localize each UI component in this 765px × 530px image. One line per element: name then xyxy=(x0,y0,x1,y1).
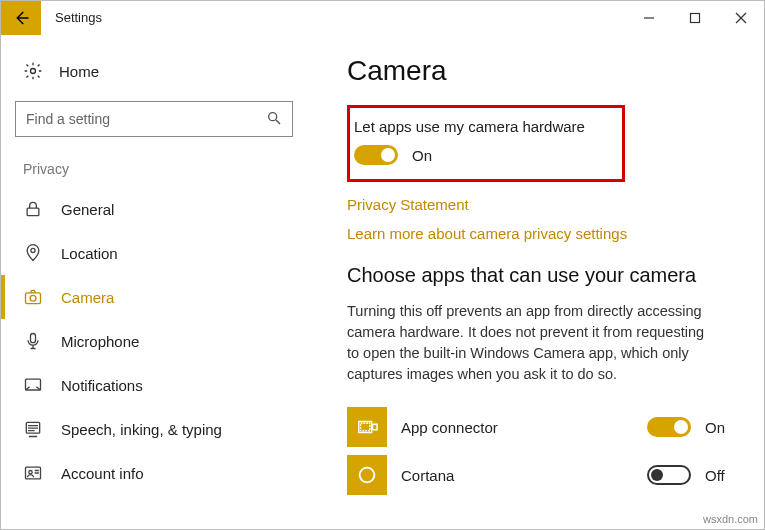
minimize-button[interactable] xyxy=(626,1,672,35)
maximize-button[interactable] xyxy=(672,1,718,35)
lock-icon xyxy=(23,199,43,219)
sidebar-item-label: Microphone xyxy=(61,333,139,350)
app-name: App connector xyxy=(401,419,633,436)
privacy-statement-link[interactable]: Privacy Statement xyxy=(347,196,734,213)
page-title: Camera xyxy=(347,55,734,87)
back-button[interactable] xyxy=(1,1,41,35)
svg-point-10 xyxy=(30,295,36,301)
svg-rect-11 xyxy=(31,334,36,343)
svg-rect-9 xyxy=(26,293,41,304)
svg-rect-17 xyxy=(361,423,370,430)
app-row-app-connector: App connector On xyxy=(347,403,737,451)
app-connector-toggle[interactable] xyxy=(647,417,691,437)
sidebar-item-speech[interactable]: Speech, inking, & typing xyxy=(15,407,309,451)
speech-icon xyxy=(23,419,43,439)
account-icon xyxy=(23,463,43,483)
camera-hw-state: On xyxy=(412,147,432,164)
choose-apps-desc: Turning this off prevents an app from di… xyxy=(347,301,707,385)
gear-icon xyxy=(23,61,43,81)
highlight-box: Let apps use my camera hardware On xyxy=(347,105,625,182)
home-link[interactable]: Home xyxy=(15,55,309,87)
watermark: wsxdn.com xyxy=(703,513,758,525)
cortana-toggle[interactable] xyxy=(647,465,691,485)
sidebar-item-label: Account info xyxy=(61,465,144,482)
sidebar-item-label: General xyxy=(61,201,114,218)
window-title: Settings xyxy=(55,10,102,25)
sidebar-item-microphone[interactable]: Microphone xyxy=(15,319,309,363)
app-name: Cortana xyxy=(401,467,633,484)
camera-hw-toggle[interactable] xyxy=(354,145,398,165)
learn-more-link[interactable]: Learn more about camera privacy settings xyxy=(347,225,734,242)
camera-icon xyxy=(23,287,43,307)
camera-hw-label: Let apps use my camera hardware xyxy=(354,118,608,135)
sidebar-item-account[interactable]: Account info xyxy=(15,451,309,495)
microphone-icon xyxy=(23,331,43,351)
cortana-state: Off xyxy=(705,467,737,484)
app-connector-state: On xyxy=(705,419,737,436)
app-row-cortana: Cortana Off xyxy=(347,451,737,499)
sidebar-item-camera[interactable]: Camera xyxy=(15,275,309,319)
sidebar-item-label: Camera xyxy=(61,289,114,306)
search-box[interactable] xyxy=(15,101,293,137)
close-button[interactable] xyxy=(718,1,764,35)
sidebar-item-label: Speech, inking, & typing xyxy=(61,421,222,438)
sidebar-item-location[interactable]: Location xyxy=(15,231,309,275)
svg-point-8 xyxy=(31,248,35,252)
svg-point-4 xyxy=(31,69,36,74)
section-header-privacy: Privacy xyxy=(23,161,309,177)
sidebar-item-label: Notifications xyxy=(61,377,143,394)
sidebar-item-label: Location xyxy=(61,245,118,262)
svg-point-19 xyxy=(360,468,375,483)
svg-rect-1 xyxy=(691,13,700,22)
svg-rect-7 xyxy=(27,208,39,216)
sidebar-item-notifications[interactable]: Notifications xyxy=(15,363,309,407)
choose-apps-heading: Choose apps that can use your camera xyxy=(347,264,734,287)
svg-line-6 xyxy=(276,120,280,124)
svg-point-5 xyxy=(269,112,277,120)
location-icon xyxy=(23,243,43,263)
cortana-icon xyxy=(347,455,387,495)
svg-point-15 xyxy=(29,471,32,474)
search-icon xyxy=(266,110,282,129)
app-connector-icon xyxy=(347,407,387,447)
home-label: Home xyxy=(59,63,99,80)
search-input[interactable] xyxy=(26,111,266,127)
sidebar-item-general[interactable]: General xyxy=(15,187,309,231)
notifications-icon xyxy=(23,375,43,395)
svg-rect-18 xyxy=(373,424,378,430)
